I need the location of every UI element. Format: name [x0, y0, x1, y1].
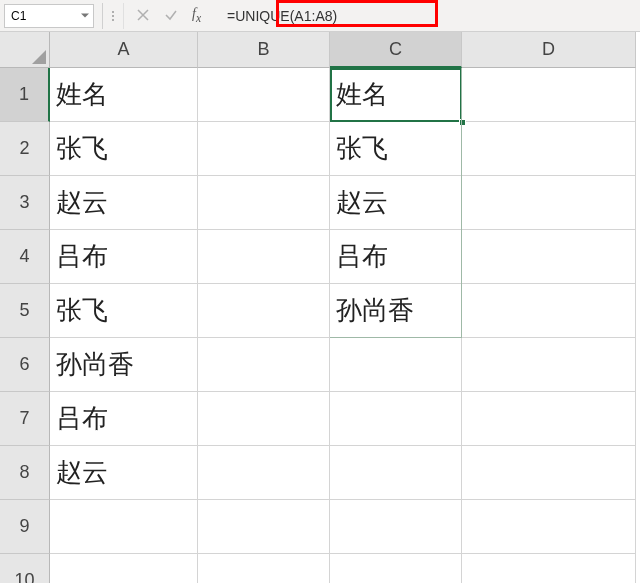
separator [102, 3, 103, 29]
cell-D8[interactable] [462, 446, 636, 500]
column-header-row: A B C D [0, 32, 640, 68]
confirm-icon[interactable] [164, 8, 178, 22]
cell-C8[interactable] [330, 446, 462, 500]
cell-A9[interactable] [50, 500, 198, 554]
cell-C1[interactable]: 姓名 [330, 68, 462, 122]
row: 7 吕布 [0, 392, 640, 446]
cell-D3[interactable] [462, 176, 636, 230]
cell-B7[interactable] [198, 392, 330, 446]
formula-input[interactable]: =UNIQUE(A1:A8) [221, 4, 636, 28]
cell-A4[interactable]: 吕布 [50, 230, 198, 284]
cell-A7[interactable]: 吕布 [50, 392, 198, 446]
cell-A6[interactable]: 孙尚香 [50, 338, 198, 392]
cell-D5[interactable] [462, 284, 636, 338]
col-header-B[interactable]: B [198, 32, 330, 68]
row: 3 赵云 赵云 [0, 176, 640, 230]
row: 5 张飞 孙尚香 [0, 284, 640, 338]
name-box-container [4, 4, 94, 28]
row: 6 孙尚香 [0, 338, 640, 392]
col-header-C[interactable]: C [330, 32, 462, 68]
row-header-6[interactable]: 6 [0, 338, 50, 392]
cell-B4[interactable] [198, 230, 330, 284]
separator [123, 3, 124, 29]
cell-C10[interactable] [330, 554, 462, 583]
cell-B8[interactable] [198, 446, 330, 500]
fx-icon[interactable]: fx [192, 6, 201, 25]
row-header-10[interactable]: 10 [0, 554, 50, 583]
spreadsheet-grid: A B C D 1 姓名 姓名 2 张飞 张飞 3 赵云 赵云 4 吕布 吕布 … [0, 32, 640, 583]
cell-D2[interactable] [462, 122, 636, 176]
cell-D7[interactable] [462, 392, 636, 446]
cell-A3[interactable]: 赵云 [50, 176, 198, 230]
cell-A1[interactable]: 姓名 [50, 68, 198, 122]
formula-buttons: fx [136, 6, 213, 25]
row-header-7[interactable]: 7 [0, 392, 50, 446]
name-box[interactable] [5, 5, 77, 27]
cell-C2[interactable]: 张飞 [330, 122, 462, 176]
cell-D1[interactable] [462, 68, 636, 122]
row-header-9[interactable]: 9 [0, 500, 50, 554]
formula-bar: fx =UNIQUE(A1:A8) [0, 0, 640, 32]
cell-B1[interactable] [198, 68, 330, 122]
row-header-1[interactable]: 1 [0, 68, 50, 122]
cell-B3[interactable] [198, 176, 330, 230]
row: 1 姓名 姓名 [0, 68, 640, 122]
cell-D4[interactable] [462, 230, 636, 284]
col-header-D[interactable]: D [462, 32, 636, 68]
row-header-5[interactable]: 5 [0, 284, 50, 338]
cell-C6[interactable] [330, 338, 462, 392]
row-header-3[interactable]: 3 [0, 176, 50, 230]
row: 4 吕布 吕布 [0, 230, 640, 284]
resize-dots-icon[interactable] [111, 11, 115, 21]
cell-C7[interactable] [330, 392, 462, 446]
cell-A10[interactable] [50, 554, 198, 583]
cell-A2[interactable]: 张飞 [50, 122, 198, 176]
cell-B10[interactable] [198, 554, 330, 583]
row-header-2[interactable]: 2 [0, 122, 50, 176]
cell-D6[interactable] [462, 338, 636, 392]
cell-B2[interactable] [198, 122, 330, 176]
cell-B6[interactable] [198, 338, 330, 392]
cell-C4[interactable]: 吕布 [330, 230, 462, 284]
col-header-A[interactable]: A [50, 32, 198, 68]
cell-C9[interactable] [330, 500, 462, 554]
select-all-corner[interactable] [0, 32, 50, 68]
row: 2 张飞 张飞 [0, 122, 640, 176]
cell-A8[interactable]: 赵云 [50, 446, 198, 500]
cell-C5[interactable]: 孙尚香 [330, 284, 462, 338]
row: 9 [0, 500, 640, 554]
cell-A5[interactable]: 张飞 [50, 284, 198, 338]
name-box-dropdown[interactable] [77, 5, 93, 27]
row: 10 [0, 554, 640, 583]
cell-C3[interactable]: 赵云 [330, 176, 462, 230]
cell-B9[interactable] [198, 500, 330, 554]
cancel-icon[interactable] [136, 8, 150, 22]
cell-B5[interactable] [198, 284, 330, 338]
row-header-4[interactable]: 4 [0, 230, 50, 284]
cell-D9[interactable] [462, 500, 636, 554]
row: 8 赵云 [0, 446, 640, 500]
row-header-8[interactable]: 8 [0, 446, 50, 500]
cell-D10[interactable] [462, 554, 636, 583]
